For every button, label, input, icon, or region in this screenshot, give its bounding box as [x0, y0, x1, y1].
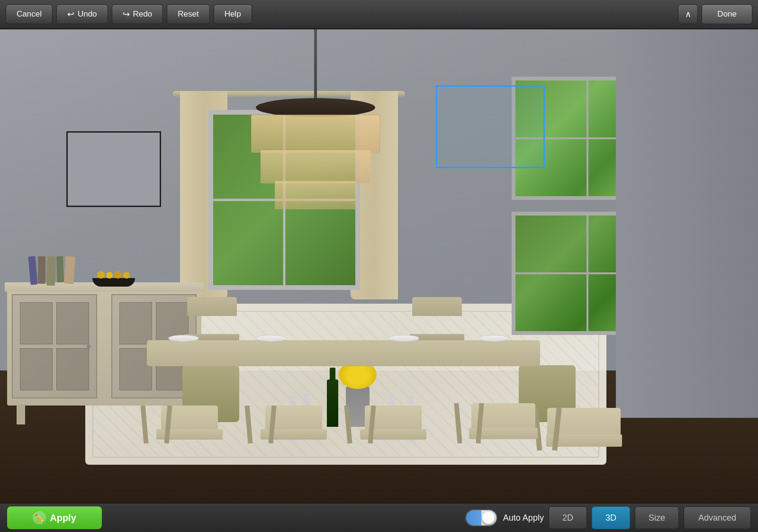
books-decoration	[29, 256, 74, 286]
auto-apply-section: Auto Apply	[465, 509, 544, 526]
picture-frame[interactable]	[66, 131, 161, 207]
collapse-button[interactable]: ∧	[678, 4, 698, 24]
advanced-button[interactable]: Advanced	[684, 506, 751, 529]
undo-icon: ↩	[67, 9, 74, 19]
toggle-knob	[482, 512, 495, 524]
mode-3d-button[interactable]: 3D	[592, 506, 630, 529]
help-button[interactable]: Help	[214, 4, 252, 24]
plate-2	[256, 335, 287, 342]
done-button[interactable]: Done	[702, 4, 752, 24]
auto-apply-label: Auto Apply	[503, 513, 544, 523]
collapse-icon: ∧	[685, 9, 691, 19]
right-wall	[616, 29, 758, 418]
chair-back-right	[412, 297, 464, 342]
bottom-toolbar: ✏️ Apply Auto Apply 2D 3D Size Advanced	[0, 503, 758, 532]
fruit-bowl	[92, 278, 135, 287]
undo-button[interactable]: ↩ Undo	[56, 4, 108, 24]
plate-3	[388, 335, 419, 342]
plate-4	[478, 335, 509, 342]
plate-1	[168, 335, 199, 342]
auto-apply-toggle[interactable]	[465, 509, 497, 526]
size-button[interactable]: Size	[635, 506, 679, 529]
redo-icon: ↪	[123, 9, 130, 19]
chandelier	[246, 98, 385, 221]
sideboard-door-left	[12, 294, 97, 398]
reset-button[interactable]: Reset	[167, 4, 209, 24]
apply-button[interactable]: ✏️ Apply	[7, 506, 102, 529]
chandelier-chain	[314, 29, 317, 103]
scene-viewport[interactable]	[0, 29, 758, 503]
top-toolbar: Cancel ↩ Undo ↪ Redo Reset Help ∧ Done	[0, 0, 758, 29]
cancel-button[interactable]: Cancel	[6, 4, 53, 24]
dining-table-top	[147, 340, 540, 366]
mode-2d-button[interactable]: 2D	[549, 506, 587, 529]
wine-bottle	[327, 379, 338, 427]
redo-button[interactable]: ↪ Redo	[112, 4, 163, 24]
chair-back-left	[187, 297, 239, 342]
apply-icon: ✏️	[33, 511, 46, 524]
selection-rectangle	[436, 85, 545, 168]
